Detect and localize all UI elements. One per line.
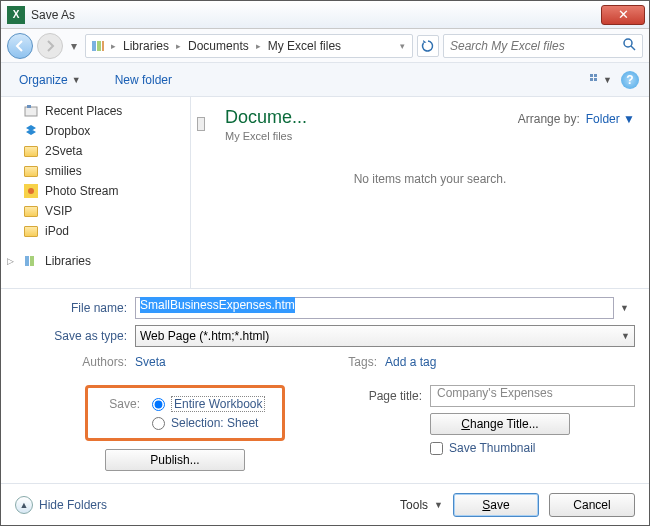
svg-rect-0	[92, 41, 96, 51]
radio-selection-sheet[interactable]	[152, 417, 165, 430]
view-mode-button[interactable]: ▼	[589, 70, 613, 90]
tree-2sveta[interactable]: 2Sveta	[23, 141, 190, 161]
breadcrumb-libraries[interactable]: Libraries	[121, 39, 171, 53]
svg-rect-9	[25, 107, 37, 116]
library-title: Docume...	[225, 107, 307, 128]
radio-entire-label[interactable]: Entire Workbook	[171, 396, 265, 412]
expand-icon[interactable]: ▷	[7, 256, 17, 266]
tree-dropbox[interactable]: Dropbox	[23, 121, 190, 141]
tree-photo-stream[interactable]: Photo Stream	[23, 181, 190, 201]
authors-label: Authors:	[15, 355, 135, 369]
tree-recent-places[interactable]: Recent Places	[23, 101, 190, 121]
nav-tree: Recent Places Dropbox 2Sveta smilies Pho…	[1, 97, 191, 288]
folder-icon	[23, 163, 39, 179]
svg-rect-14	[30, 256, 34, 266]
footer: ▲ Hide Folders Tools▼ Save Cancel	[1, 483, 649, 525]
chevron-right-icon: ▸	[173, 41, 184, 51]
breadcrumb-documents[interactable]: Documents	[186, 39, 251, 53]
arrange-label: Arrange by:	[518, 112, 580, 126]
tree-ipod[interactable]: iPod	[23, 221, 190, 241]
dropbox-icon	[23, 123, 39, 139]
tree-smilies[interactable]: smilies	[23, 161, 190, 181]
publish-button[interactable]: Publish...	[105, 449, 245, 471]
save-thumbnail-checkbox[interactable]	[430, 442, 443, 455]
page-title-label: Page title:	[340, 389, 430, 403]
empty-message: No items match your search.	[225, 172, 635, 186]
chevron-right-icon: ▸	[253, 41, 264, 51]
chevron-up-icon: ▲	[15, 496, 33, 514]
radio-selection-label[interactable]: Selection: Sheet	[171, 416, 258, 430]
close-button[interactable]: ✕	[601, 5, 645, 25]
search-box[interactable]	[443, 34, 643, 58]
svg-rect-7	[590, 78, 593, 81]
save-label: Save:	[98, 397, 146, 411]
libraries-icon	[90, 38, 106, 54]
tree-vsip[interactable]: VSIP	[23, 201, 190, 221]
window-title: Save As	[31, 8, 601, 22]
tree-libraries[interactable]: ▷ Libraries	[7, 251, 190, 271]
folder-icon	[23, 203, 39, 219]
titlebar: X Save As ✕	[1, 1, 649, 29]
radio-entire-workbook[interactable]	[152, 398, 165, 411]
save-options-highlight: Save: Entire Workbook Selection: Sheet	[85, 385, 285, 441]
photo-icon	[23, 183, 39, 199]
breadcrumb[interactable]: ▸ Libraries ▸ Documents ▸ My Excel files…	[85, 34, 413, 58]
svg-rect-8	[594, 78, 597, 81]
save-as-dialog: X Save As ✕ ▾ ▸ Libraries ▸ Documents ▸ …	[0, 0, 650, 526]
new-folder-button[interactable]: New folder	[107, 70, 180, 90]
svg-rect-5	[590, 74, 593, 77]
organize-button[interactable]: Organize▼	[11, 70, 89, 90]
svg-rect-2	[102, 41, 104, 51]
nav-bar: ▾ ▸ Libraries ▸ Documents ▸ My Excel fil…	[1, 29, 649, 63]
authors-field[interactable]: Sveta	[135, 355, 166, 369]
tags-field[interactable]: Add a tag	[385, 355, 436, 369]
arrange-by-dropdown[interactable]: Folder ▼	[586, 112, 635, 126]
chevron-right-icon: ▸	[108, 41, 119, 51]
save-button[interactable]: Save	[453, 493, 539, 517]
libraries-icon	[23, 253, 39, 269]
svg-line-4	[631, 46, 635, 50]
toolbar: Organize▼ New folder ▼ ?	[1, 63, 649, 97]
content-pane: Docume... My Excel files Arrange by: Fol…	[211, 97, 649, 288]
svg-rect-1	[97, 41, 101, 51]
back-button[interactable]	[7, 33, 33, 59]
help-button[interactable]: ?	[621, 71, 639, 89]
file-name-input[interactable]: SmallBusinessExpenses.htm	[135, 297, 614, 319]
svg-point-3	[624, 39, 632, 47]
chevron-down-icon[interactable]: ▾	[397, 41, 408, 51]
hide-folders-button[interactable]: ▲ Hide Folders	[15, 496, 107, 514]
save-as-type-label: Save as type:	[15, 329, 135, 343]
history-dropdown[interactable]: ▾	[67, 39, 81, 53]
splitter[interactable]	[191, 97, 211, 288]
excel-icon: X	[7, 6, 25, 24]
cancel-button[interactable]: Cancel	[549, 493, 635, 517]
svg-rect-6	[594, 74, 597, 77]
page-title-input[interactable]: Company's Expenses	[430, 385, 635, 407]
save-as-type-select[interactable]: Web Page (*.htm;*.html)▼	[135, 325, 635, 347]
library-subtitle: My Excel files	[225, 130, 307, 142]
save-thumbnail-label[interactable]: Save Thumbnail	[449, 441, 536, 455]
tools-dropdown[interactable]: Tools▼	[400, 498, 443, 512]
refresh-button[interactable]	[417, 35, 439, 57]
breadcrumb-current[interactable]: My Excel files	[266, 39, 343, 53]
change-title-button[interactable]: CChange Title...hange Title...	[430, 413, 570, 435]
search-icon[interactable]	[622, 37, 636, 54]
forward-button[interactable]	[37, 33, 63, 59]
search-input[interactable]	[450, 39, 622, 53]
recent-icon	[23, 103, 39, 119]
file-name-dropdown[interactable]: ▼	[614, 303, 635, 313]
folder-icon	[23, 223, 39, 239]
form-area: File name: SmallBusinessExpenses.htm ▼ S…	[1, 289, 649, 483]
svg-rect-13	[25, 256, 29, 266]
tags-label: Tags:	[325, 355, 385, 369]
svg-rect-10	[27, 105, 31, 108]
folder-icon	[23, 143, 39, 159]
file-name-label: File name:	[15, 301, 135, 315]
svg-point-12	[28, 188, 34, 194]
